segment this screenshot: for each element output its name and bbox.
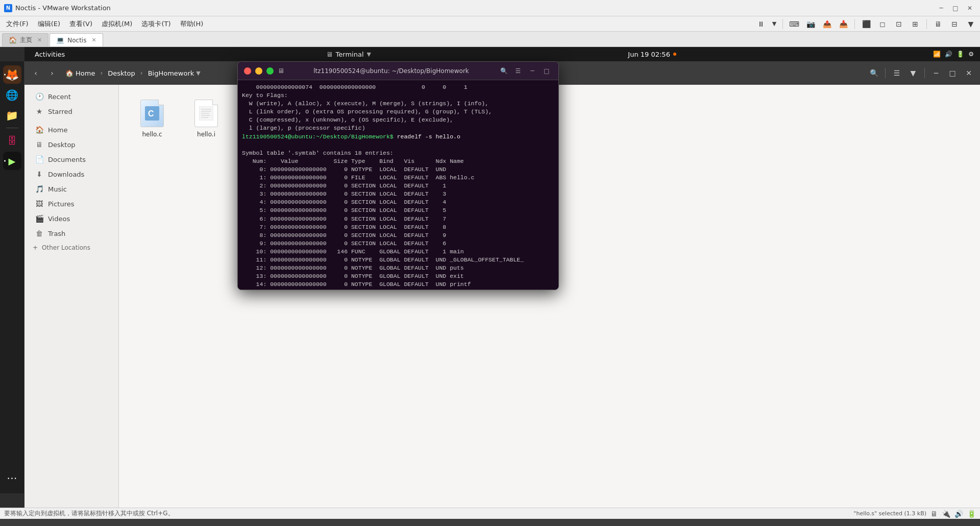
separator-1 (782, 19, 783, 29)
view-more[interactable]: ⊟ (947, 17, 962, 31)
vmware-toolbar: ⏸ ▼ ⌨ 📷 📤 📥 ⬛ ◻ ⊡ ⊞ 🖥 ⊟ ▼ (754, 17, 978, 31)
notification-dot (673, 53, 676, 56)
dock-browser[interactable]: 🌐 (3, 86, 21, 104)
term-line-3: W (write), A (alloc), X (execute), M (me… (242, 100, 488, 107)
terminal-body[interactable]: 0000000000000074 0000000000000000 0 0 1 … (238, 80, 558, 290)
battery-icon[interactable]: 🔋 (957, 51, 964, 58)
breadcrumb-home-label: Home (76, 69, 95, 77)
snapshot3[interactable]: 📥 (836, 17, 850, 31)
window-close-btn[interactable]: ✕ (962, 66, 976, 80)
sidebar-add-location[interactable]: + Other Locations (24, 241, 118, 254)
sidebar-documents-label: Documents (48, 156, 86, 163)
menu-help[interactable]: 帮助(H) (176, 18, 208, 30)
tab-home[interactable]: 🏠 主页 ✕ (2, 33, 48, 46)
vmware-statusbar: 要将输入定向到虚拟机，请将鼠标指针移入其中或按 Ctrl+G。 "hello.s… (0, 508, 980, 519)
sidebar-item-music[interactable]: 🎵 Music (27, 182, 116, 196)
send-ctrl-alt-del[interactable]: ⌨ (787, 17, 801, 31)
terminal-maximize-button[interactable] (266, 67, 274, 75)
terminal-menu-arrow: ▼ (367, 51, 371, 58)
tab-noctis-label: Noctis (67, 37, 86, 44)
sidebar-item-starred[interactable]: ★ Starred (27, 104, 116, 118)
dock-terminal[interactable]: ▶ (3, 152, 21, 170)
home-sidebar-icon: 🏠 (35, 126, 44, 134)
term-sym-13: 13: 0000000000000000 0 NOTYPE GLOBAL DEF… (242, 273, 464, 279)
tab-noctis[interactable]: 💻 Noctis ✕ (50, 33, 103, 46)
status-vm-icon: 🖥 (930, 510, 938, 518)
tab-noctis-close[interactable]: ✕ (91, 37, 96, 43)
term-key-flags-header: Key to Flags: (242, 92, 288, 99)
terminal-minimize-button[interactable] (255, 67, 262, 75)
file-hello-c[interactable]: C hello.c (129, 95, 175, 142)
datetime-label[interactable]: Jun 19 02:56 (628, 51, 670, 58)
videos-icon: 🎬 (35, 214, 44, 223)
activities-button[interactable]: Activities (31, 51, 69, 58)
dock-divider (6, 128, 18, 128)
terminal-search-button[interactable]: 🔍 (498, 65, 509, 77)
term-cmd-1: readelf -s hello.o (394, 133, 460, 140)
minimize-button[interactable]: ─ (935, 3, 947, 13)
header-divider-1 (885, 68, 886, 78)
tab-home-close[interactable]: ✕ (37, 37, 42, 43)
maximize-button[interactable]: □ (949, 3, 962, 13)
window-restore-btn[interactable]: □ (945, 66, 960, 80)
close-button[interactable]: ✕ (964, 3, 976, 13)
nav-forward-button[interactable]: › (45, 66, 59, 80)
volume-icon[interactable]: 🔊 (945, 51, 952, 58)
sidebar-item-downloads[interactable]: ⬇ Downloads (27, 167, 116, 181)
sidebar-item-videos[interactable]: 🎬 Videos (27, 211, 116, 226)
dock-active-dot (4, 74, 6, 76)
sidebar-item-desktop[interactable]: 🖥 Desktop (27, 137, 116, 152)
sidebar-item-trash[interactable]: 🗑 Trash (27, 226, 116, 241)
dock-files[interactable]: 📁 (3, 106, 21, 125)
firefox-icon: 🦊 (5, 68, 19, 81)
sidebar-item-home[interactable]: 🏠 Home (27, 123, 116, 137)
sidebar-recent-label: Recent (48, 93, 71, 101)
terminal-window: 🖥 ltz1190500524@ubuntu: ~/Desktop/BigHom… (237, 61, 559, 290)
power-dropdown[interactable]: ▼ (770, 17, 778, 31)
menu-view[interactable]: 查看(V) (65, 18, 96, 30)
system-menu-icon[interactable]: ⚙ (968, 51, 974, 58)
term-sym-3: 3: 0000000000000000 0 SECTION LOCAL DEFA… (242, 190, 446, 197)
menu-file[interactable]: 文件(F) (2, 18, 33, 30)
menu-edit[interactable]: 编辑(E) (34, 18, 64, 30)
terminal-window-max[interactable]: □ (541, 65, 552, 77)
nav-back-button[interactable]: ‹ (29, 66, 43, 80)
breadcrumb-dropdown-icon: ▼ (196, 70, 200, 77)
terminal-close-button[interactable] (244, 67, 251, 75)
terminal-window-min[interactable]: ─ (527, 65, 538, 77)
network-icon[interactable]: 📶 (933, 51, 941, 58)
view-stretch[interactable]: ⊡ (892, 17, 906, 31)
sidebar: 🕐 Recent ★ Starred 🏠 Home 🖥 Desktop (24, 85, 119, 508)
status-selected-file: "hello.s" selected (1.3 kB) (853, 510, 926, 517)
sidebar-item-pictures[interactable]: 🖼 Pictures (27, 197, 116, 211)
dock-db[interactable]: 🗄 (3, 131, 21, 150)
sidebar-trash-label: Trash (48, 230, 65, 237)
breadcrumb-home[interactable]: 🏠 Home (61, 67, 99, 79)
view-fit[interactable]: ◻ (875, 17, 890, 31)
topbar-right: 📶 🔊 🔋 ⚙ (933, 51, 974, 58)
breadcrumb-bighomework[interactable]: BigHomework ▼ (144, 67, 205, 79)
file-hello-i[interactable]: hello.i (183, 95, 229, 142)
snapshot2[interactable]: 📤 (820, 17, 834, 31)
dock-apps[interactable]: ⋯ (3, 469, 21, 487)
view-full[interactable]: ⬛ (859, 17, 873, 31)
menu-vm[interactable]: 虚拟机(M) (97, 18, 136, 30)
terminal-content: 0000000000000074 0000000000000000 0 0 1 … (242, 83, 554, 290)
view-unity[interactable]: ⊞ (908, 17, 922, 31)
sidebar-item-documents[interactable]: 📄 Documents (27, 152, 116, 166)
view-list-button[interactable]: ☰ (890, 66, 904, 80)
view-dropdown[interactable]: ▼ (964, 17, 978, 31)
power-btn[interactable]: ⏸ (754, 17, 768, 31)
menu-tabs[interactable]: 选项卡(T) (137, 18, 175, 30)
breadcrumb-desktop[interactable]: Desktop (104, 67, 139, 79)
view-options-dropdown[interactable]: ▼ (906, 66, 920, 80)
snapshot[interactable]: 📷 (803, 17, 818, 31)
sidebar-item-recent[interactable]: 🕐 Recent (27, 89, 116, 104)
terminal-app-label[interactable]: Terminal (336, 51, 364, 58)
search-button[interactable]: 🔍 (867, 66, 881, 80)
terminal-menu-button[interactable]: ☰ (512, 65, 524, 77)
dock-firefox[interactable]: 🦊 (3, 65, 21, 84)
window-minimize-btn[interactable]: ─ (929, 66, 943, 80)
view-options[interactable]: 🖥 (931, 17, 945, 31)
vmware-title: Noctis - VMware Workstation (15, 4, 111, 12)
